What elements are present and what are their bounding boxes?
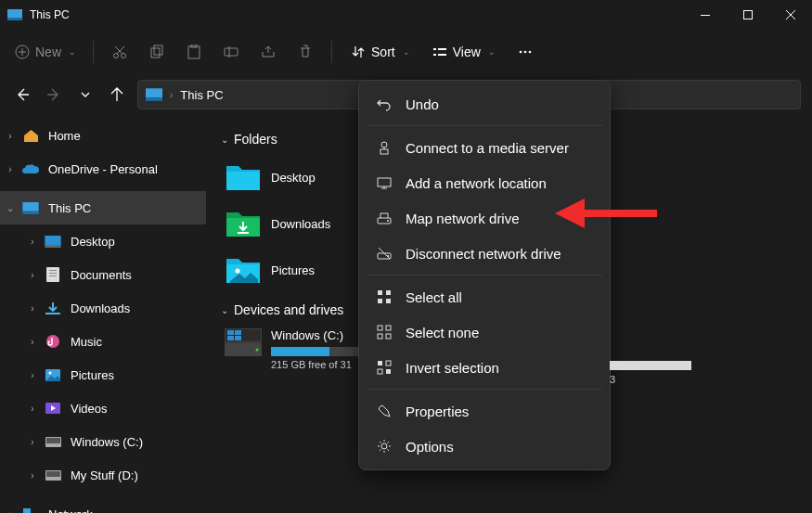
sidebar-item-downloads[interactable]: › Downloads xyxy=(0,291,206,325)
svg-rect-70 xyxy=(386,369,391,374)
svg-point-18 xyxy=(528,51,531,54)
menu-item-select-none[interactable]: Select none xyxy=(365,314,604,350)
separator xyxy=(331,41,332,63)
desktop-icon xyxy=(45,233,61,250)
menu-divider xyxy=(367,389,602,390)
share-button[interactable] xyxy=(251,35,285,69)
minimize-button[interactable] xyxy=(684,0,727,30)
folder-item-pictures[interactable]: Pictures xyxy=(221,247,379,293)
maximize-button[interactable] xyxy=(727,0,769,30)
menu-item-label: Disconnect network drive xyxy=(406,246,561,262)
back-button[interactable] xyxy=(11,83,33,106)
svg-rect-15 xyxy=(438,54,446,56)
more-button[interactable] xyxy=(509,35,542,69)
up-button[interactable] xyxy=(106,83,128,106)
sidebar-item-label: OneDrive - Personal xyxy=(48,162,158,176)
sidebar-item-music[interactable]: › Music xyxy=(0,325,206,358)
svg-rect-14 xyxy=(438,48,446,50)
undo-icon xyxy=(376,96,393,112)
menu-item-properties[interactable]: Properties xyxy=(365,393,604,429)
downloads-icon xyxy=(45,300,61,316)
recent-button[interactable] xyxy=(74,83,97,106)
drive-icon xyxy=(45,433,61,450)
svg-rect-51 xyxy=(235,336,241,340)
close-button[interactable] xyxy=(769,0,812,30)
context-menu: Undo Connect to a media server Add a net… xyxy=(358,80,611,470)
toolbar: New ⌄ Sort ⌄ View ⌄ xyxy=(0,30,812,74)
copy-button[interactable] xyxy=(140,35,174,69)
sidebar-item-onedrive[interactable]: › OneDrive - Personal xyxy=(0,152,206,186)
svg-rect-20 xyxy=(146,97,162,100)
svg-rect-68 xyxy=(386,361,391,366)
forward-button[interactable] xyxy=(43,83,65,106)
menu-item-invert-selection[interactable]: Invert selection xyxy=(365,350,604,385)
sidebar-item-label: Documents xyxy=(71,268,132,282)
cut-button[interactable] xyxy=(103,35,136,69)
svg-rect-28 xyxy=(49,276,57,276)
svg-rect-50 xyxy=(227,336,234,340)
menu-divider xyxy=(367,275,602,276)
chevron-right-icon: › xyxy=(4,164,17,174)
properties-icon xyxy=(376,403,393,419)
folder-item-downloads[interactable]: Downloads xyxy=(221,200,379,247)
svg-rect-11 xyxy=(225,48,238,56)
breadcrumb-location[interactable]: This PC xyxy=(180,88,223,102)
sidebar-item-desktop[interactable]: › Desktop xyxy=(0,224,206,258)
sidebar-item-home[interactable]: › Home xyxy=(0,119,206,152)
cut-icon xyxy=(112,45,127,59)
menu-item-connect-media[interactable]: Connect to a media server xyxy=(365,130,604,165)
svg-point-17 xyxy=(523,51,526,54)
view-button[interactable]: View ⌄ xyxy=(423,35,505,69)
sidebar-item-label: My Stuff (D:) xyxy=(71,468,138,482)
sidebar-item-pictures[interactable]: › Pictures xyxy=(0,358,206,391)
svg-rect-64 xyxy=(386,326,391,330)
sidebar-item-windows-c[interactable]: › Windows (C:) xyxy=(0,425,206,458)
svg-rect-19 xyxy=(146,88,162,97)
onedrive-icon xyxy=(22,160,39,177)
chevron-down-icon: ⌄ xyxy=(4,203,17,213)
svg-rect-23 xyxy=(45,236,60,246)
menu-item-undo[interactable]: Undo xyxy=(365,86,604,122)
svg-point-56 xyxy=(387,220,389,222)
sort-button[interactable]: Sort ⌄ xyxy=(342,35,419,69)
sidebar-item-label: Music xyxy=(71,335,102,349)
videos-icon xyxy=(45,400,61,417)
folder-item-desktop[interactable]: Desktop xyxy=(221,154,379,200)
svg-rect-52 xyxy=(380,149,388,154)
svg-point-46 xyxy=(256,349,259,352)
menu-item-select-all[interactable]: Select all xyxy=(365,279,604,314)
svg-rect-8 xyxy=(154,45,162,55)
chevron-down-icon: ⌄ xyxy=(221,305,228,315)
svg-rect-3 xyxy=(744,11,753,19)
sidebar-item-videos[interactable]: › Videos xyxy=(0,391,206,425)
sidebar-item-this-pc[interactable]: ⌄ This PC xyxy=(0,191,206,224)
drive-usage-bar-right xyxy=(610,361,691,370)
rename-button[interactable] xyxy=(214,35,248,69)
sidebar-item-documents[interactable]: › Documents xyxy=(0,258,206,291)
menu-item-disconnect-network-drive[interactable]: Disconnect network drive xyxy=(365,236,604,271)
group-header-label: Folders xyxy=(234,132,277,147)
menu-item-options[interactable]: Options xyxy=(365,429,604,464)
delete-icon xyxy=(298,45,313,59)
svg-rect-0 xyxy=(7,9,22,18)
view-label: View xyxy=(453,45,481,59)
delete-button[interactable] xyxy=(289,35,322,69)
folder-icon xyxy=(225,160,262,194)
chevron-right-icon: › xyxy=(26,237,39,247)
svg-rect-69 xyxy=(378,369,382,374)
more-icon xyxy=(518,45,533,59)
menu-divider xyxy=(367,125,602,126)
chevron-down-icon: ⌄ xyxy=(403,47,410,57)
svg-point-44 xyxy=(236,269,240,274)
new-button[interactable]: New ⌄ xyxy=(11,35,84,69)
sidebar-item-my-stuff-d[interactable]: › My Stuff (D:) xyxy=(0,458,206,492)
chevron-right-icon: › xyxy=(26,470,39,481)
options-icon xyxy=(376,438,393,455)
group-header-label: Devices and drives xyxy=(234,302,343,317)
menu-item-map-network-drive[interactable]: Map network drive xyxy=(365,200,604,236)
map-drive-icon xyxy=(376,210,393,226)
paste-button[interactable] xyxy=(177,35,211,69)
sidebar-item-network[interactable]: › Network xyxy=(0,497,206,513)
menu-item-add-network-location[interactable]: Add a network location xyxy=(365,165,604,200)
arrow-up-icon xyxy=(110,87,124,102)
